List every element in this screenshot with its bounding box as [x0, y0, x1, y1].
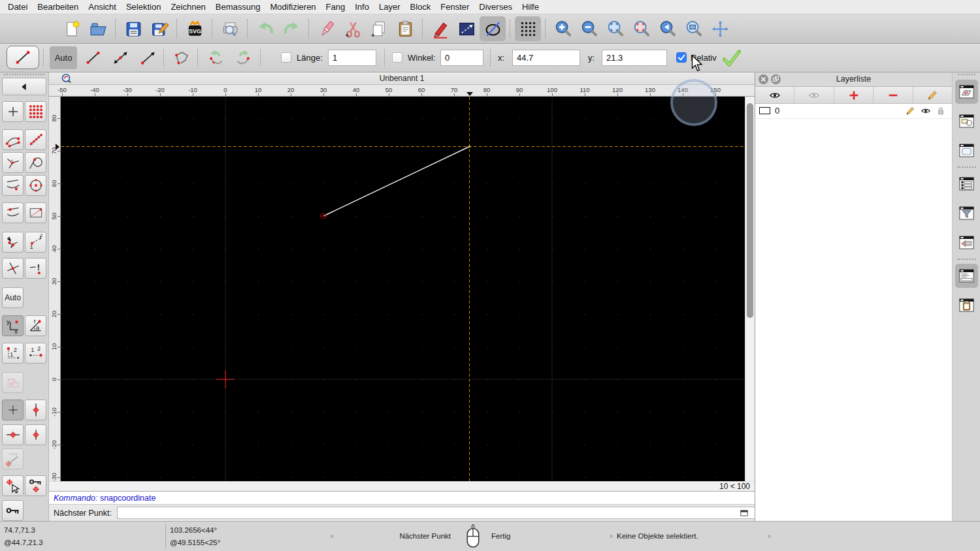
- restrict-off-button[interactable]: [2, 400, 24, 420]
- menu-modifizieren[interactable]: Modifizieren: [270, 2, 316, 12]
- toggle-selection-filter-button[interactable]: [955, 201, 978, 225]
- current-tool-line-button[interactable]: [7, 46, 39, 69]
- angle-input[interactable]: [440, 50, 483, 66]
- y-input[interactable]: [602, 50, 667, 66]
- snap-center-button[interactable]: [25, 175, 46, 196]
- toggle-command-area-button[interactable]: [738, 507, 751, 518]
- auto-line-mode-button[interactable]: Auto: [50, 46, 77, 69]
- redo-segment-button[interactable]: [230, 47, 256, 69]
- snap-reference-button[interactable]: [25, 202, 46, 223]
- copy-button[interactable]: [366, 16, 392, 41]
- toggle-library-browser-button[interactable]: [955, 230, 978, 255]
- menu-bemassung[interactable]: Bemassung: [216, 2, 261, 12]
- snap-middle-button[interactable]: [2, 202, 24, 223]
- open-file-button[interactable]: [85, 16, 111, 41]
- coordinate-polar-button[interactable]: ra: [25, 315, 46, 336]
- infinite-line-button[interactable]: [107, 47, 133, 69]
- layer-row[interactable]: 0: [755, 104, 952, 119]
- menu-fenster[interactable]: Fenster: [440, 2, 469, 12]
- menu-ansicht[interactable]: Ansicht: [88, 2, 116, 12]
- menu-bearbeiten[interactable]: Bearbeiten: [37, 2, 78, 12]
- pan-button[interactable]: [707, 16, 733, 41]
- close-panel-button[interactable]: [759, 74, 768, 84]
- menu-hilfe[interactable]: Hilfe: [522, 2, 539, 12]
- snap-grid-button[interactable]: [25, 101, 46, 122]
- menu-info[interactable]: Info: [355, 2, 369, 12]
- snap-auto-intersection-button[interactable]: [2, 232, 24, 253]
- menu-selektion[interactable]: Selektion: [126, 2, 161, 12]
- paste-button[interactable]: [392, 16, 418, 41]
- set-relative-zero-button[interactable]: [2, 475, 24, 496]
- svg-export-button[interactable]: SVG: [182, 16, 208, 41]
- draw-ellipse-button[interactable]: [480, 16, 506, 41]
- redo-button[interactable]: [278, 16, 304, 41]
- new-file-button[interactable]: [59, 16, 85, 41]
- layer-visibility-button[interactable]: [921, 106, 931, 116]
- menu-block[interactable]: Block: [410, 2, 431, 12]
- snap-endpoints-button[interactable]: [2, 129, 24, 150]
- snap-perpendicular-button[interactable]: [2, 152, 24, 173]
- edit-selection-button[interactable]: [453, 16, 480, 41]
- zoom-selection-button[interactable]: [629, 16, 655, 41]
- snap-intersection-button[interactable]: [2, 258, 24, 279]
- print-preview-button[interactable]: [217, 16, 243, 41]
- hide-all-layers-button[interactable]: [794, 87, 834, 103]
- undo-segment-button[interactable]: [203, 47, 229, 69]
- menu-layer[interactable]: Layer: [379, 2, 400, 12]
- show-all-layers-button[interactable]: [755, 87, 794, 103]
- toggle-clipboard-button[interactable]: [955, 293, 978, 317]
- restrict-vertical-button[interactable]: [25, 400, 46, 420]
- zoom-out-button[interactable]: [576, 16, 602, 41]
- save-button[interactable]: [120, 16, 146, 41]
- undock-panel-button[interactable]: [771, 74, 781, 84]
- angle-checkbox[interactable]: [392, 52, 402, 63]
- snap-free-button[interactable]: [2, 101, 24, 122]
- length-input[interactable]: [328, 50, 376, 66]
- ray-button[interactable]: [135, 47, 161, 69]
- zoom-window-button[interactable]: [681, 16, 707, 41]
- toggle-grid-button[interactable]: [515, 16, 541, 41]
- relative-checkbox[interactable]: [676, 52, 687, 63]
- snap-auto-button[interactable]: Auto: [2, 287, 24, 308]
- layer-edit-button[interactable]: [905, 106, 915, 116]
- command-input[interactable]: [117, 507, 764, 519]
- toggle-block-list-button[interactable]: [955, 109, 978, 133]
- remove-layer-button[interactable]: [874, 87, 913, 103]
- delete-button[interactable]: [314, 16, 340, 41]
- toggle-command-line-button[interactable]: [955, 264, 978, 288]
- relative-zero-lock-button[interactable]: [2, 500, 24, 521]
- zoom-in-button[interactable]: [550, 16, 576, 41]
- restrict-vertical-alt-button[interactable]: [25, 424, 46, 445]
- undo-button[interactable]: [252, 16, 278, 41]
- corner-point-button[interactable]: 12: [2, 343, 24, 364]
- restrict-horizontal-button[interactable]: [2, 424, 24, 445]
- scrollbar-thumb[interactable]: [747, 103, 753, 318]
- vertical-scrollbar[interactable]: [745, 97, 755, 481]
- coordinate-cartesian-button[interactable]: yx: [2, 315, 24, 336]
- menu-zeichnen[interactable]: Zeichnen: [171, 2, 205, 12]
- toggle-views-button[interactable]: [955, 138, 978, 163]
- draw-button[interactable]: [427, 16, 453, 41]
- menu-fang[interactable]: Fang: [326, 2, 346, 12]
- toggle-property-editor-button[interactable]: [955, 172, 978, 196]
- lock-relative-zero-button[interactable]: [25, 475, 46, 496]
- add-layer-button[interactable]: [834, 87, 874, 103]
- snap-on-entity-button[interactable]: [25, 129, 46, 150]
- confirm-button[interactable]: [719, 47, 745, 69]
- toolbar-handle[interactable]: [4, 74, 44, 75]
- zoom-previous-button[interactable]: [655, 16, 681, 41]
- dock-handle[interactable]: [958, 74, 975, 75]
- straight-point-button[interactable]: 12: [25, 343, 46, 364]
- polyline-button[interactable]: [169, 47, 195, 69]
- save-as-button[interactable]: [146, 16, 172, 41]
- x-input[interactable]: [512, 50, 580, 66]
- line-two-points-button[interactable]: [80, 47, 106, 69]
- snap-distance-from-entity-button[interactable]: [2, 175, 24, 196]
- drawing-canvas[interactable]: [61, 97, 745, 481]
- length-checkbox[interactable]: [281, 52, 291, 63]
- cut-button[interactable]: [340, 16, 366, 41]
- layer-lock-button[interactable]: [936, 106, 946, 116]
- toggle-layer-list-button[interactable]: [955, 80, 978, 104]
- zoom-auto-button[interactable]: [602, 16, 629, 41]
- edit-layer-button[interactable]: [913, 87, 952, 103]
